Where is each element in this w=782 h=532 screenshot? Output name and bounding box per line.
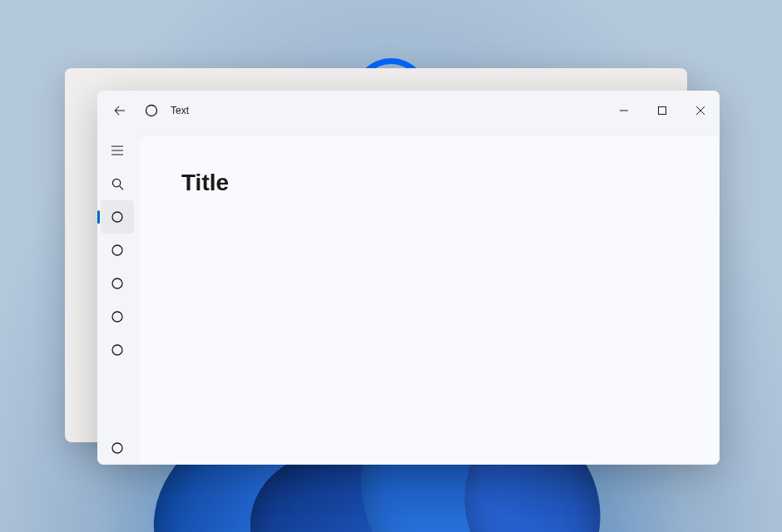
caption-buttons	[605, 91, 720, 131]
nav-item-1[interactable]	[101, 200, 134, 234]
svg-point-3	[112, 212, 122, 222]
app-icon	[136, 95, 167, 126]
titlebar: Text	[97, 91, 720, 131]
svg-point-7	[112, 345, 122, 355]
svg-point-5	[112, 278, 122, 288]
nav-item-footer[interactable]	[97, 431, 137, 465]
window-title: Text	[171, 105, 189, 116]
svg-point-6	[112, 312, 122, 322]
nav-sidebar	[97, 131, 137, 465]
content-area: Title	[137, 131, 720, 465]
svg-point-8	[112, 443, 122, 453]
svg-point-2	[112, 179, 120, 186]
svg-rect-1	[659, 107, 666, 115]
window-body: Title	[97, 131, 720, 465]
page-title: Title	[181, 170, 677, 196]
nav-toggle-button[interactable]	[97, 134, 137, 167]
nav-item-2[interactable]	[97, 234, 137, 267]
search-button[interactable]	[97, 167, 137, 200]
close-button[interactable]	[681, 91, 720, 131]
nav-item-4[interactable]	[97, 300, 137, 333]
minimize-button[interactable]	[605, 91, 643, 131]
svg-point-4	[112, 245, 122, 255]
app-window: Text	[97, 91, 720, 465]
nav-item-3[interactable]	[97, 267, 137, 300]
nav-item-5[interactable]	[97, 333, 137, 367]
maximize-button[interactable]	[643, 91, 681, 131]
svg-point-0	[146, 106, 157, 116]
content-card: Title	[139, 135, 720, 465]
back-button[interactable]	[104, 95, 136, 126]
